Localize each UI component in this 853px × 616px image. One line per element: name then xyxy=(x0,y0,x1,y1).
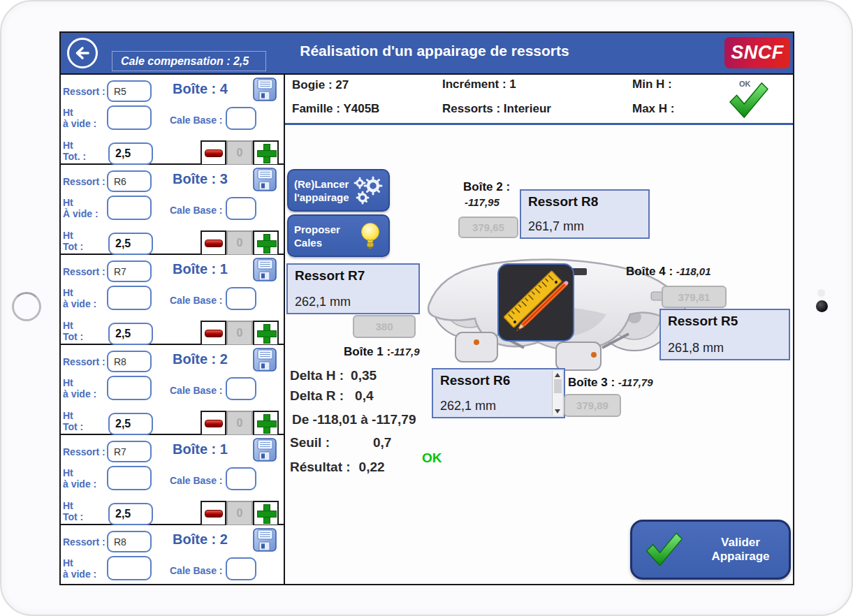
bogie-info: Bogie : 27 xyxy=(292,78,349,92)
increase-button[interactable] xyxy=(253,140,279,166)
result-ok-label: OK xyxy=(422,450,442,466)
save-icon[interactable] xyxy=(251,346,278,373)
ressort-r8-height: 261,7 mm xyxy=(528,219,641,234)
ressort-input[interactable] xyxy=(107,441,152,462)
spring-panel: Ressort : Boîte : 2 Htà vide : Cale Base… xyxy=(61,345,284,435)
home-button[interactable] xyxy=(12,292,41,321)
ht-vide-input[interactable] xyxy=(107,466,152,490)
cale-base-input[interactable] xyxy=(226,197,256,220)
ht-tot-input[interactable] xyxy=(108,413,153,435)
min-h-label: Min H : xyxy=(632,78,672,91)
ht-vide-label: HtÀ vide : xyxy=(63,197,99,219)
save-icon[interactable] xyxy=(251,166,278,193)
proposer-cales-button[interactable]: ProposerCales xyxy=(287,214,390,257)
ht-vide-input[interactable] xyxy=(107,105,152,130)
counter-value: 0 xyxy=(226,321,253,346)
cale-base-input[interactable] xyxy=(226,467,256,490)
cale-base-input[interactable] xyxy=(226,107,256,130)
spring-panel: Ressort : Boîte : 4 Htà vide : Cale Base… xyxy=(61,75,284,165)
boite2-measure-box: 379,65 xyxy=(458,217,518,238)
ht-vide-input[interactable] xyxy=(107,196,152,220)
valider-appairage-button[interactable]: Valider Appairage xyxy=(630,520,791,580)
ressort-r6-listbox[interactable]: Ressort R6 262,1 mm xyxy=(432,368,565,418)
boite2-label: Boîte 2 : xyxy=(463,180,510,194)
decrease-button[interactable] xyxy=(201,501,226,526)
ressort-input[interactable] xyxy=(107,170,152,192)
save-icon[interactable] xyxy=(251,256,278,283)
max-h-label: Max H : xyxy=(632,102,674,116)
increase-button[interactable] xyxy=(253,230,279,256)
valider-label: Valider Appairage xyxy=(692,536,789,564)
spring-panel: Ressort : Boîte : 3 HtÀ vide : Cale Base… xyxy=(61,165,284,255)
measure-tool-button[interactable] xyxy=(497,263,574,342)
minus-icon xyxy=(205,149,223,157)
ok-check-icon xyxy=(727,81,770,120)
ressort-label: Ressort : xyxy=(63,356,105,367)
ressort-label: Ressort : xyxy=(63,266,105,277)
boite4-value: -118,01 xyxy=(676,265,711,277)
ht-tot-input[interactable] xyxy=(108,142,153,165)
ht-tot-label: HtTot : xyxy=(63,320,83,342)
ht-vide-input[interactable] xyxy=(107,556,152,580)
ht-tot-input[interactable] xyxy=(108,323,153,345)
listbox-scrollbar[interactable] xyxy=(552,371,562,416)
cale-base-input[interactable] xyxy=(226,287,256,310)
ressort-input[interactable] xyxy=(107,531,152,552)
save-icon[interactable] xyxy=(251,527,278,553)
cale-base-label: Cale Base : xyxy=(170,115,222,126)
ht-vide-input[interactable] xyxy=(107,286,152,310)
ht-tot-label: HtTot : xyxy=(63,230,83,252)
plus-icon xyxy=(257,414,275,432)
ressort-r7-panel: Ressort R7 262,1 mm xyxy=(286,263,420,314)
ht-tot-input[interactable] xyxy=(108,503,153,525)
ht-vide-label: Htà vide : xyxy=(63,107,96,129)
ht-tot-label: HtTot : xyxy=(63,500,83,522)
ht-vide-input[interactable] xyxy=(107,376,152,400)
spring-panel: Ressort : Boîte : 1 Htà vide : Cale Base… xyxy=(61,435,284,525)
plus-icon xyxy=(257,504,275,522)
plus-icon xyxy=(257,324,275,342)
sidebar-springs: Ressort : Boîte : 4 Htà vide : Cale Base… xyxy=(61,75,285,584)
ht-vide-label: Htà vide : xyxy=(63,377,96,399)
boite3-value: -117,79 xyxy=(618,376,653,388)
boite-title: Boîte : 3 xyxy=(173,171,228,187)
back-button[interactable] xyxy=(67,38,98,68)
increase-button[interactable] xyxy=(253,411,279,436)
increase-button[interactable] xyxy=(253,501,279,526)
increase-button[interactable] xyxy=(253,321,279,346)
resultat-stat: Résultat :0,22 xyxy=(290,460,385,475)
cale-base-input[interactable] xyxy=(226,557,256,580)
boite3-label: Boîte 3 : -117,79 xyxy=(568,376,653,390)
save-icon[interactable] xyxy=(251,437,278,463)
ressort-input[interactable] xyxy=(107,261,152,282)
relancer-appairage-button[interactable]: (Re)Lancerl'appairage xyxy=(287,169,390,212)
ht-tot-input[interactable] xyxy=(108,233,153,255)
boite-title: Boîte : 2 xyxy=(173,531,228,548)
counter-value: 0 xyxy=(226,501,253,526)
counter-value: 0 xyxy=(226,140,253,166)
ressort-input[interactable] xyxy=(107,80,152,102)
decrease-button[interactable] xyxy=(201,411,226,436)
ressort-r5-height: 261,8 mm xyxy=(668,341,782,355)
scroll-down-icon[interactable] xyxy=(555,409,560,413)
cale-base-input[interactable] xyxy=(226,377,256,400)
plus-icon xyxy=(257,144,275,162)
sncf-logo: SNCF xyxy=(724,37,790,68)
scroll-up-icon[interactable] xyxy=(555,373,560,377)
tablet-device: Cale compensation : 2,5 Réalisation d'un… xyxy=(0,0,853,616)
cale-base-label: Cale Base : xyxy=(170,475,222,486)
save-icon[interactable] xyxy=(251,76,278,103)
cale-base-label: Cale Base : xyxy=(170,295,222,306)
spring-panel: Ressort : Boîte : 1 Htà vide : Cale Base… xyxy=(61,255,284,345)
decrease-button[interactable] xyxy=(201,140,226,166)
ressort-r5-title: Ressort R5 xyxy=(668,314,782,329)
decrease-button[interactable] xyxy=(201,321,226,346)
ressort-r7-height: 262,1 mm xyxy=(295,295,411,309)
delta-r-stat: Delta R :0,4 xyxy=(290,388,374,404)
scroll-thumb[interactable] xyxy=(554,379,562,393)
ressort-input[interactable] xyxy=(107,351,152,372)
boite-title: Boîte : 2 xyxy=(173,351,228,367)
minus-icon xyxy=(205,240,223,247)
ht-vide-label: Htà vide : xyxy=(63,287,96,309)
decrease-button[interactable] xyxy=(201,230,226,256)
